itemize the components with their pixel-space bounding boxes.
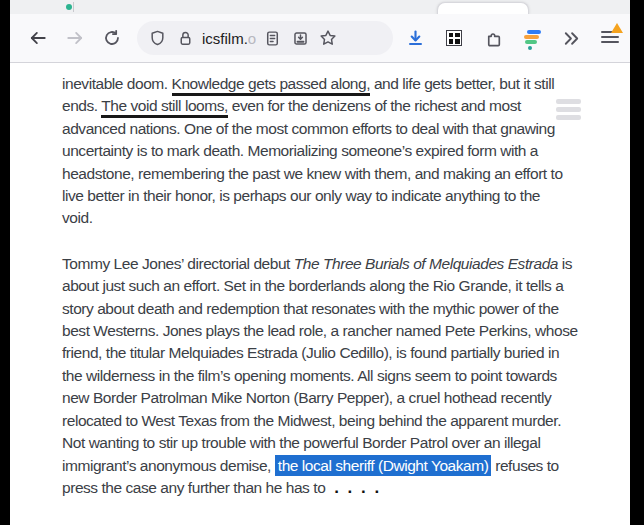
extensions-puzzle-icon [484,29,503,48]
navigation-toolbar: icsfilm.o [10,14,630,63]
text-line: live better in their honor, is perhaps o… [62,185,630,207]
downloads-button[interactable] [400,23,430,53]
italic-title: The Three Burials of Melquiades Estrada [294,255,558,272]
text-line: uncertainty is to mark death. Memorializ… [62,140,630,162]
text-segment: best Westerns. Jones plays the lead role… [62,322,578,339]
bookmark-button[interactable] [314,24,342,52]
text-segment: and life gets better, but it still [370,75,554,92]
reload-button[interactable] [97,23,127,53]
text-segment: headstone, remembering the past we knew … [62,165,563,182]
text-segment: inevitable doom. [62,75,172,92]
text-segment: Not wanting to stir up trouble with the … [62,434,540,451]
update-badge-icon [611,23,623,33]
lock-icon [177,30,194,47]
reload-icon [103,29,121,47]
underlined-phrase: Knowledge gets passed along, [172,75,371,96]
page-content: inevitable doom. Knowledge gets passed a… [10,63,630,525]
text-line: about just such an effort. Set in the bo… [62,275,630,297]
text-segment: Tommy Lee Jones’ directorial debut [62,255,294,272]
tab-divider [73,2,74,12]
article: inevitable doom. Knowledge gets passed a… [10,63,630,499]
chevron-double-right-icon [562,29,581,48]
text-line: headstone, remembering the past we knew … [62,163,630,185]
url-text[interactable]: icsfilm.o [202,30,256,47]
save-page-button[interactable] [286,24,314,52]
underlined-phrase: The void still looms, [101,97,228,118]
text-line: inevitable doom. Knowledge gets passed a… [62,73,630,95]
forward-icon [66,29,84,47]
text-line: new Border Patrolman Mike Norton (Barry … [62,387,630,409]
text-segment: advanced nations. One of the most common… [62,120,555,137]
grid-extension-button[interactable] [439,23,469,53]
text-line: advanced nations. One of the most common… [62,118,630,140]
text-segment: void. [62,209,93,226]
text-line: story about death and redemption that re… [62,298,630,320]
page-hamburger-icon [556,99,581,104]
text-segment: is [558,255,572,272]
paragraph: inevitable doom. Knowledge gets passed a… [62,73,630,230]
forward-button[interactable] [60,23,90,53]
back-icon [29,29,47,47]
text-segment: uncertainty is to mark death. Memorializ… [62,142,538,159]
tab-strip [10,0,630,14]
stats-extension-button[interactable] [517,23,547,53]
lock-button[interactable] [171,24,199,52]
paragraph: Tommy Lee Jones’ directorial debut The T… [62,253,630,499]
app-menu-button[interactable] [595,23,625,53]
selected-text: the local sheriff (Dwight Yoakam) [275,455,492,476]
extensions-button[interactable] [478,23,508,53]
text-line: ends. The void still looms, even for the… [62,95,630,117]
reader-mode-button[interactable] [258,24,286,52]
text-segment: new Border Patrolman Mike Norton (Barry … [62,389,551,406]
text-line: void. [62,207,630,229]
text-segment: even for the denizens of the richest and… [228,97,521,114]
text-line: friend, the titular Melquiades Estrada (… [62,342,630,364]
text-line: immigrant’s anonymous demise, the local … [62,455,630,477]
url-text-faded: o [248,30,256,47]
text-segment: live better in their honor, is perhaps o… [62,187,540,204]
text-segment: relocated to West Texas from the Midwest… [62,412,561,429]
text-line: the wilderness in the film’s opening mom… [62,365,630,387]
text-segment: friend, the titular Melquiades Estrada (… [62,344,559,361]
right-letterbox [630,0,644,525]
text-segment: ends. [62,97,101,114]
tracking-protection-shield-icon [149,30,166,47]
text-line: press the case any further than he has t… [62,477,630,499]
back-button[interactable] [23,23,53,53]
text-segment: immigrant’s anonymous demise, [62,457,275,474]
grid-extension-icon [446,30,462,46]
text-line: relocated to West Texas from the Midwest… [62,410,630,432]
reader-mode-icon [264,30,281,47]
ellipsis-dots: . . . . [334,478,381,497]
url-bar[interactable]: icsfilm.o [137,21,393,55]
shield-button[interactable] [143,24,171,52]
stats-extension-icon [522,27,542,49]
hamburger-menu-icon [601,31,619,45]
download-icon [406,29,425,48]
text-segment: press the case any further than he has t… [62,479,329,496]
text-segment: refuses to [491,457,558,474]
text-segment: the wilderness in the film’s opening mom… [62,367,557,384]
text-line: Tommy Lee Jones’ directorial debut The T… [62,253,630,275]
text-segment: story about death and redemption that re… [62,300,559,317]
tab-indicator-dot [66,4,72,10]
overflow-button[interactable] [556,23,586,53]
browser-window: icsfilm.o [0,0,644,525]
page-hamburger-button[interactable] [556,99,581,121]
text-segment: about just such an effort. Set in the bo… [62,277,563,294]
bookmark-star-icon [319,29,337,47]
text-line: best Westerns. Jones plays the lead role… [62,320,630,342]
save-page-icon [292,30,309,47]
left-letterbox [0,0,10,525]
text-line: Not wanting to stir up trouble with the … [62,432,630,454]
